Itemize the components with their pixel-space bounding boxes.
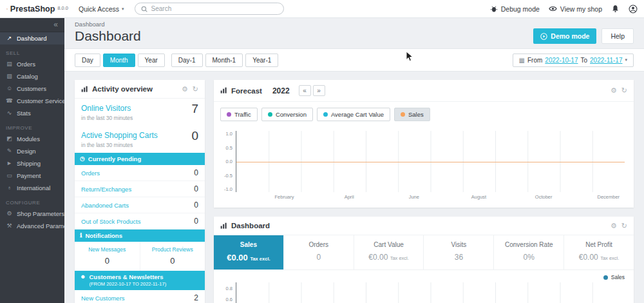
panel-tools: ⚙ ↻ [182, 86, 198, 93]
refresh-icon[interactable]: ↻ [621, 222, 627, 230]
right-column: Forecast 2022 « » ⚙ ↻ [214, 80, 634, 303]
currently-pending-header: ◷ Currently Pending [75, 153, 205, 165]
metric-conversion-rate[interactable]: Conversion Rate 0% [494, 235, 564, 269]
grid-lines [236, 282, 625, 303]
sidebar-item-advanced-parameters[interactable]: ⚒ Advanced Parameters [0, 220, 64, 232]
metric-cart-value[interactable]: Cart Value €0.00 Tax excl. [354, 235, 424, 269]
logo-version: 8.0.0 [57, 5, 68, 11]
sidebar-item-customers[interactable]: ☺ Customers [0, 83, 64, 95]
quick-access-dropdown[interactable]: Quick Access ▾ [79, 5, 124, 13]
demo-mode-button[interactable]: Demo mode [533, 28, 596, 44]
gear-icon[interactable]: ⚙ [611, 222, 617, 230]
sidebar-item-stats[interactable]: ∿ Stats [0, 107, 64, 119]
active-carts-sub: in the last 30 minutes [75, 142, 205, 153]
from-date: 2022-10-17 [545, 57, 578, 64]
sidebar-collapse-button[interactable]: « [0, 18, 64, 32]
previous-year-button[interactable]: « [299, 85, 311, 96]
to-label: To [581, 57, 588, 64]
range-month-minus1-button[interactable]: Month-1 [205, 54, 243, 67]
quick-access-label: Quick Access [79, 5, 119, 13]
range-month-button[interactable]: Month [103, 54, 135, 67]
chevron-down-icon: ▾ [122, 6, 124, 12]
bell-icon [611, 5, 620, 13]
kpi-metrics-row: Sales €0.00 Tax excl. Orders 0 Cart Valu… [214, 235, 634, 270]
active-carts-value: 0 [191, 131, 198, 141]
range-day-button[interactable]: Day [75, 54, 100, 67]
dashboard-chart: Sales 0.8 0.6 0.4 [214, 270, 634, 303]
title-row: Dashboard Demo mode Help [64, 28, 644, 48]
dashboard-panel-header: Dashboard ⚙ ↻ [214, 217, 634, 235]
sidebar-nav: ↗ Dashboard SELL ▤ Orders ▧ Catalog ☺ Cu… [0, 32, 64, 232]
sidebar-section-sell: SELL [0, 44, 64, 58]
sidebar-item-customer-service[interactable]: ☎ Customer Service [0, 95, 64, 107]
refresh-icon[interactable]: ↻ [193, 86, 198, 93]
sidebar-item-orders[interactable]: ▤ Orders [0, 58, 64, 70]
refresh-icon[interactable]: ↻ [621, 87, 627, 94]
gear-icon[interactable]: ⚙ [182, 86, 188, 93]
next-year-button[interactable]: » [313, 85, 325, 96]
dashboard-content: Activity overview ⚙ ↻ Online Visitors 7 … [64, 72, 644, 303]
sidebar-item-international[interactable]: ♁ International [0, 182, 64, 194]
customer-service-icon: ☎ [6, 97, 13, 104]
sidebar-item-design[interactable]: ✎ Design [0, 145, 64, 157]
activity-panel-title: Activity overview [92, 85, 153, 93]
sidebar-item-payment[interactable]: ▭ Payment [0, 170, 64, 182]
calendar-icon: ▦ [519, 57, 525, 64]
legend-traffic[interactable]: Traffic [220, 108, 258, 121]
pending-row-out-of-stock: Out of Stock Products 0 [75, 213, 205, 230]
gear-icon[interactable]: ⚙ [611, 87, 617, 94]
bar-chart-icon [220, 222, 227, 230]
sidebar-item-shipping[interactable]: ► Shipping [0, 157, 64, 170]
panel-tools: ⚙ ↻ [611, 87, 627, 94]
bug-icon [490, 5, 498, 13]
sidebar-item-shop-parameters[interactable]: ⚙ Shop Parameters [0, 208, 64, 220]
legend-conversion[interactable]: Conversion [261, 108, 313, 121]
panel-tools: ⚙ ↻ [611, 222, 627, 230]
forecast-year-nav: « » [299, 85, 325, 96]
sidebar-item-modules[interactable]: ◩ Modules [0, 133, 64, 145]
product-reviews-cell[interactable]: Product Reviews 0 [140, 242, 205, 271]
notifications-title: Notifications [85, 232, 122, 239]
active-carts-link[interactable]: Active Shopping Carts [81, 131, 158, 140]
sidebar-section-configure: CONFIGURE [0, 194, 64, 208]
conversion-dot-icon [268, 112, 272, 117]
sidebar-section-improve: IMPROVE [0, 119, 64, 133]
debug-mode-button[interactable]: Debug mode [490, 5, 540, 13]
help-button[interactable]: Help [601, 28, 634, 44]
legend-average-cart-value[interactable]: Average Cart Value [317, 108, 390, 121]
sidebar-item-dashboard[interactable]: ↗ Dashboard [0, 32, 64, 44]
pending-row-abandoned-carts: Abandoned Carts 0 [75, 197, 205, 213]
metric-sales[interactable]: Sales €0.00 Tax excl. [214, 235, 284, 269]
top-bar: PrestaShop 8.0.0 Quick Access ▾ [0, 0, 644, 18]
sidebar-item-label: Dashboard [17, 35, 46, 42]
range-day-minus1-button[interactable]: Day-1 [171, 54, 203, 67]
profile-button[interactable] [629, 5, 638, 14]
date-range-picker[interactable]: ▦ From 2022-10-17 To 2022-11-17 ▾ [513, 54, 634, 67]
clock-icon: ◷ [80, 155, 85, 162]
metric-orders[interactable]: Orders 0 [284, 235, 354, 269]
bar-chart-icon [220, 87, 227, 94]
to-date: 2022-11-17 [590, 57, 622, 64]
forecast-chart: 1.0 0.5 0.0 -0.5 -1.0 [214, 126, 634, 208]
online-visitors-link[interactable]: Online Visitors [81, 104, 131, 113]
sales-dot-icon [401, 112, 405, 117]
customers-subtitle: (FROM 2022-10-17 TO 2022-11-17) [89, 280, 166, 288]
prestashop-logo[interactable]: PrestaShop 8.0.0 [6, 5, 68, 14]
view-my-shop-link[interactable]: View my shop [549, 5, 602, 13]
sidebar-item-catalog[interactable]: ▧ Catalog [0, 70, 64, 83]
metric-net-profit[interactable]: Net Profit €0.00 Tax excl. [564, 235, 634, 269]
notifications-bell-button[interactable] [611, 5, 620, 13]
dashboard-panel: Dashboard ⚙ ↻ Sales €0.00 Tax excl. Orde… [214, 217, 634, 303]
bar-chart-icon [81, 86, 88, 93]
legend-sales[interactable]: Sales [394, 108, 430, 121]
stats-icon: ∿ [6, 110, 13, 117]
range-year-minus1-button[interactable]: Year-1 [245, 54, 278, 67]
range-year-button[interactable]: Year [138, 54, 165, 67]
breadcrumb[interactable]: Dashboard [64, 18, 644, 28]
payment-icon: ▭ [6, 172, 13, 179]
new-messages-cell[interactable]: New Messages 0 [75, 242, 140, 271]
sales-dot-icon [603, 275, 608, 280]
search-input[interactable] [151, 5, 278, 12]
metric-visits[interactable]: Visits 36 [424, 235, 494, 269]
forecast-y-axis: 1.0 0.5 0.0 -0.5 -1.0 [219, 131, 236, 192]
